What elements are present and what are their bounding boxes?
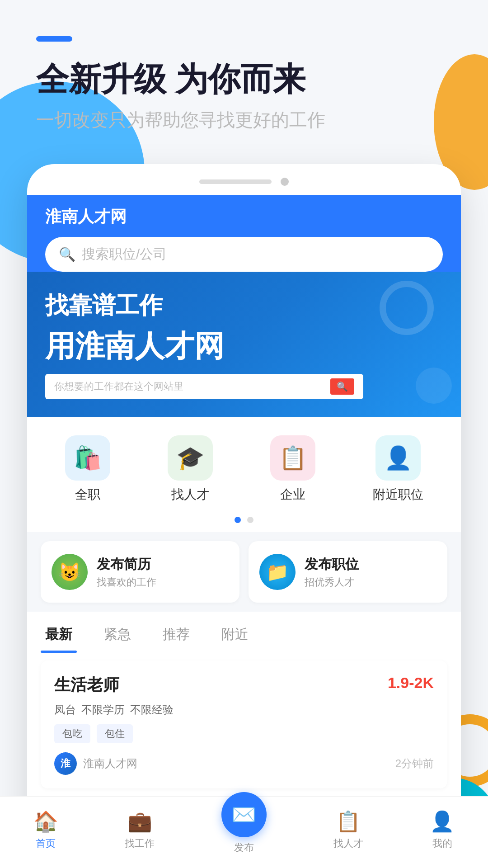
- phone-camera: [281, 178, 289, 186]
- company-info: 淮 淮南人才网: [54, 752, 137, 775]
- banner-line2: 用淮南人才网: [45, 326, 443, 367]
- app-title: 淮南人才网: [45, 206, 443, 228]
- company-logo: 淮: [54, 752, 77, 775]
- banner-search[interactable]: 你想要的工作都在这个网站里 🔍: [45, 374, 363, 399]
- category-icon-附近职位: 👤: [375, 435, 421, 481]
- dot-1: [235, 517, 241, 523]
- quick-action-resume[interactable]: 😺 发布简历 找喜欢的工作: [41, 541, 239, 603]
- category-grid: 🛍️ 全职 🎓 找人才 📋 企业 👤 附近职位: [27, 417, 461, 512]
- job-title: 生活老师: [54, 674, 119, 696]
- job-card-header: 生活老师 1.9-2K: [54, 674, 434, 696]
- header-area: 全新升级 为你而来 一切改变只为帮助您寻找更好的工作: [0, 0, 488, 151]
- job-tag: 不限学历: [81, 703, 125, 717]
- tab-推荐[interactable]: 推荐: [158, 616, 194, 653]
- quick-action-job[interactable]: 📁 发布职位 招优秀人才: [249, 541, 447, 603]
- banner-decoration-1: [380, 281, 434, 335]
- category-item-全职[interactable]: 🛍️ 全职: [65, 435, 110, 503]
- search-icon: 🔍: [59, 246, 75, 262]
- post-time: 2分钟前: [395, 756, 434, 771]
- category-label-找人才: 找人才: [171, 486, 209, 503]
- banner-search-text: 你想要的工作都在这个网站里: [54, 380, 326, 393]
- job-salary: 1.9-2K: [388, 674, 434, 692]
- home-label: 首页: [36, 837, 56, 850]
- bottom-navigation: 🏠 首页 💼 找工作 ✉️ 发布 📋 找人才 👤 我的: [0, 796, 488, 868]
- job-card[interactable]: 生活老师 1.9-2K 凤台不限学历不限经验 包吃包住 淮 淮南人才网 2分钟前: [41, 660, 447, 788]
- tab-最新[interactable]: 最新: [41, 616, 77, 653]
- pagination-dots: [27, 512, 461, 532]
- category-icon-全职: 🛍️: [65, 435, 110, 481]
- app-banner: 找靠谱工作 用淮南人才网 你想要的工作都在这个网站里 🔍: [27, 272, 461, 417]
- nav-find-talent[interactable]: 📋 找人才: [333, 810, 363, 850]
- profile-label: 我的: [432, 837, 452, 850]
- job-card-footer: 淮 淮南人才网 2分钟前: [54, 752, 434, 775]
- dot-2: [247, 517, 253, 523]
- phone-notch-bar: [27, 178, 461, 195]
- header-dash: [36, 36, 72, 42]
- tab-附近[interactable]: 附近: [217, 616, 253, 653]
- phone-notch: [199, 179, 272, 184]
- home-icon: 🏠: [33, 810, 58, 833]
- nav-profile[interactable]: 👤 我的: [430, 810, 455, 850]
- header-title: 全新升级 为你而来: [36, 60, 452, 99]
- category-item-找人才[interactable]: 🎓 找人才: [168, 435, 213, 503]
- category-icon-企业: 📋: [270, 435, 315, 481]
- quick-actions-area: 😺 发布简历 找喜欢的工作 📁 发布职位 招优秀人才: [27, 532, 461, 612]
- category-label-企业: 企业: [280, 486, 305, 503]
- category-label-全职: 全职: [75, 486, 100, 503]
- banner-search-button[interactable]: 🔍: [330, 378, 354, 395]
- banner-decoration-2: [416, 368, 452, 404]
- find-talent-icon: 📋: [336, 810, 361, 833]
- qa-title-job: 发布职位: [305, 555, 359, 574]
- nav-home[interactable]: 🏠 首页: [33, 810, 58, 850]
- phone-mockup: 淮南人才网 🔍 搜索职位/公司 找靠谱工作 用淮南人才网 你想要的工作都在这个网…: [27, 164, 461, 868]
- category-item-企业[interactable]: 📋 企业: [270, 435, 315, 503]
- qa-title-resume: 发布简历: [97, 555, 156, 574]
- find-job-label: 找工作: [125, 837, 155, 850]
- company-name: 淮南人才网: [83, 756, 137, 771]
- header-subtitle: 一切改变只为帮助您寻找更好的工作: [36, 108, 452, 132]
- category-item-附近职位[interactable]: 👤 附近职位: [373, 435, 423, 503]
- publish-icon: ✉️: [231, 803, 256, 826]
- job-tabs: 最新紧急推荐附近: [27, 612, 461, 653]
- quick-action-icon-job: 📁: [259, 554, 296, 590]
- profile-icon: 👤: [430, 810, 455, 833]
- job-tag: 不限经验: [130, 703, 174, 717]
- app-header: 淮南人才网 🔍 搜索职位/公司: [27, 195, 461, 272]
- phone-frame: 淮南人才网 🔍 搜索职位/公司 找靠谱工作 用淮南人才网 你想要的工作都在这个网…: [27, 164, 461, 868]
- find-talent-label: 找人才: [333, 837, 363, 850]
- job-tag: 凤台: [54, 703, 76, 717]
- nav-publish[interactable]: ✉️ 发布: [221, 806, 267, 854]
- nav-find-job[interactable]: 💼 找工作: [125, 810, 155, 850]
- category-label-附近职位: 附近职位: [373, 486, 423, 503]
- publish-label: 发布: [234, 841, 254, 854]
- publish-button[interactable]: ✉️: [221, 792, 267, 837]
- benefit-tag: 包住: [97, 724, 133, 743]
- benefit-tag: 包吃: [54, 724, 90, 743]
- search-bar[interactable]: 🔍 搜索职位/公司: [45, 237, 443, 272]
- quick-action-text-job: 发布职位 招优秀人才: [305, 555, 359, 589]
- qa-subtitle-job: 招优秀人才: [305, 576, 359, 589]
- tab-紧急[interactable]: 紧急: [99, 616, 136, 653]
- quick-action-text-resume: 发布简历 找喜欢的工作: [97, 555, 156, 589]
- find-job-icon: 💼: [127, 810, 152, 833]
- qa-subtitle-resume: 找喜欢的工作: [97, 576, 156, 589]
- benefit-tags: 包吃包住: [54, 724, 434, 743]
- search-placeholder-text: 搜索职位/公司: [82, 245, 167, 264]
- job-tags: 凤台不限学历不限经验: [54, 703, 434, 717]
- category-icon-找人才: 🎓: [168, 435, 213, 481]
- quick-action-icon-resume: 😺: [52, 554, 88, 590]
